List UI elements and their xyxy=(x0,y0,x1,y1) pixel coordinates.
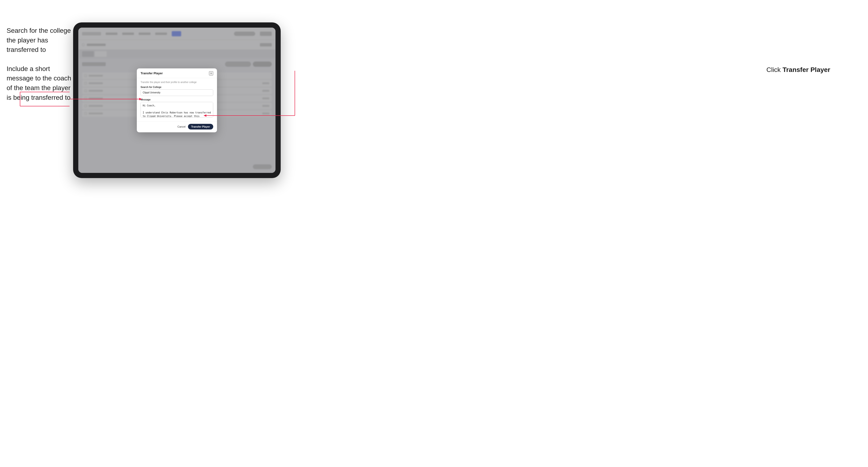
message-textarea[interactable]: Hi Coach, I understand Chris Robertson h… xyxy=(141,102,213,118)
search-college-label: Search for College xyxy=(141,86,213,88)
modal-close-button[interactable]: × xyxy=(209,71,213,75)
transfer-player-button[interactable]: Transfer Player xyxy=(188,124,214,129)
annotation-message-text: Include a short message to the coach of … xyxy=(7,64,73,102)
cancel-button[interactable]: Cancel xyxy=(177,125,185,128)
ipad-device: Transfer Player × Transfer the player an… xyxy=(73,22,281,178)
annotation-left: Search for the college the player has tr… xyxy=(7,26,73,112)
modal-footer: Cancel Transfer Player xyxy=(137,121,217,132)
search-college-input[interactable] xyxy=(141,89,213,96)
ipad-screen: Transfer Player × Transfer the player an… xyxy=(78,28,276,173)
modal-header: Transfer Player × xyxy=(137,68,217,78)
annotation-click-prefix: Click xyxy=(766,66,782,73)
annotation-transfer-player-bold: Transfer Player xyxy=(783,66,830,73)
modal-title: Transfer Player xyxy=(141,71,163,75)
modal-body: Transfer the player and their profile to… xyxy=(137,78,217,121)
transfer-player-modal: Transfer Player × Transfer the player an… xyxy=(137,68,217,132)
modal-subtitle: Transfer the player and their profile to… xyxy=(141,81,213,84)
message-label: Message xyxy=(141,98,213,101)
annotation-right: Click Transfer Player xyxy=(766,66,830,73)
modal-overlay: Transfer Player × Transfer the player an… xyxy=(78,28,276,173)
annotation-search-text: Search for the college the player has tr… xyxy=(7,26,73,55)
